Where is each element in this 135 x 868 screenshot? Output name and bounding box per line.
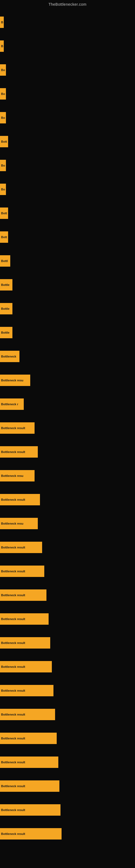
bar-row: Bottleneck result xyxy=(0,726,135,750)
bar-item: Bottle xyxy=(0,279,12,290)
bar-item: Bottleneck result xyxy=(0,780,59,792)
bar-label: Bottleneck result xyxy=(1,761,25,764)
bar-row: Bottleneck result xyxy=(0,798,135,822)
bar-row: Bottleneck result xyxy=(0,535,135,559)
bar-row: Bo xyxy=(0,154,135,177)
bar-row: Bo xyxy=(0,58,135,82)
bar-row: Bottleneck resu xyxy=(0,464,135,488)
bar-item: Bott xyxy=(0,231,8,243)
bar-label: Bott xyxy=(1,140,7,143)
bar-row: Bottleneck result xyxy=(0,583,135,607)
bar-row: Bottleneck xyxy=(0,344,135,368)
bar-item: Bottleneck result xyxy=(0,828,61,839)
bar-label: Bottle xyxy=(1,307,9,310)
bar-label: Bott xyxy=(1,212,7,215)
bar-row: Bottle xyxy=(0,297,135,321)
bar-item: Bott xyxy=(0,136,8,147)
bar-item: Bo xyxy=(0,160,6,171)
bar-item: Bottleneck resu xyxy=(0,470,35,482)
bar-label: Bo xyxy=(1,116,5,119)
bar-item: Bottleneck result xyxy=(0,804,60,816)
bar-label: Bott xyxy=(1,236,7,239)
bar-item: B xyxy=(0,40,4,52)
bar-label: Bottleneck r xyxy=(1,403,18,406)
bar-item: Bottleneck result xyxy=(0,637,50,649)
bar-row: Bottleneck result xyxy=(0,488,135,512)
bar-row: Bo xyxy=(0,106,135,130)
bar-label: Bottleneck xyxy=(1,355,16,358)
bar-row: Bottleneck result xyxy=(0,655,135,679)
bar-item: B xyxy=(0,17,4,28)
bar-item: Bottle xyxy=(0,327,12,338)
bar-label: Bottleneck result xyxy=(1,832,25,835)
bar-item: Bott xyxy=(0,208,8,219)
bar-label: Bottleneck result xyxy=(1,641,25,645)
bar-label: Bottleneck result xyxy=(1,665,25,669)
bar-label: Bo xyxy=(1,68,5,72)
bar-row: Bottleneck result xyxy=(0,607,135,631)
bar-label: Bottleneck result xyxy=(1,713,25,716)
bar-label: Bottleneck resu xyxy=(1,522,24,525)
bar-item: Bottleneck result xyxy=(0,613,49,625)
bar-label: Bottleneck result xyxy=(1,689,25,692)
bar-row: B xyxy=(0,10,135,34)
bar-item: Bo xyxy=(0,112,6,123)
bar-row: Bottleneck result xyxy=(0,416,135,440)
bar-item: Bottleneck result xyxy=(0,661,52,673)
bar-label: Bo xyxy=(1,164,5,167)
bar-item: Bottleneck result xyxy=(0,709,55,720)
bar-row: Bottleneck result xyxy=(0,750,135,774)
bar-row: Bottleneck result xyxy=(0,703,135,726)
bar-label: Bo xyxy=(1,188,5,191)
bar-item: Bottleneck result xyxy=(0,422,35,434)
site-title: TheBottlenecker.com xyxy=(0,0,135,8)
bar-label: Bottleneck result xyxy=(1,737,25,740)
bar-item: Bottleneck resu xyxy=(0,518,38,529)
bar-row: Bottleneck result xyxy=(0,822,135,846)
bar-item: Bottleneck result xyxy=(0,589,46,601)
bar-item: Bottleneck result xyxy=(0,685,53,696)
bar-row: Bottle xyxy=(0,273,135,297)
bar-label: Bottl xyxy=(1,259,8,262)
bar-item: Bottleneck result xyxy=(0,565,44,577)
bar-label: Bottleneck resu xyxy=(1,474,24,477)
bar-row: Bottleneck result xyxy=(0,679,135,703)
bar-row: Bott xyxy=(0,225,135,249)
bar-label: Bottleneck result xyxy=(1,450,25,454)
bar-label: Bottle xyxy=(1,331,9,334)
bar-row: Bottleneck resu xyxy=(0,368,135,392)
bar-item: Bo xyxy=(0,184,6,195)
bar-label: B xyxy=(1,44,3,48)
bar-label: B xyxy=(1,21,3,24)
bar-row: Bo xyxy=(0,177,135,201)
bar-item: Bottleneck result xyxy=(0,446,38,458)
bar-row: Bott xyxy=(0,130,135,154)
bar-row: Bottle xyxy=(0,321,135,344)
bar-item: Bottleneck resu xyxy=(0,375,30,386)
bar-row: Bottl xyxy=(0,249,135,273)
bar-item: Bo xyxy=(0,88,6,99)
bar-row: Bottleneck result xyxy=(0,631,135,655)
bar-item: Bottleneck result xyxy=(0,756,58,768)
bar-row: B xyxy=(0,34,135,58)
bar-item: Bottleneck result xyxy=(0,494,40,505)
bar-row: Bo xyxy=(0,82,135,106)
bars-container: BBBoBoBoBottBoBoBottBottBottlBottleBottl… xyxy=(0,8,135,846)
bar-label: Bottleneck result xyxy=(1,593,25,597)
bar-row: Bott xyxy=(0,201,135,225)
bar-row: Bottleneck resu xyxy=(0,512,135,535)
bar-item: Bottle xyxy=(0,303,12,314)
bar-label: Bottleneck result xyxy=(1,498,25,501)
bar-label: Bottleneck result xyxy=(1,808,25,812)
bar-row: Bottleneck result xyxy=(0,440,135,464)
bar-row: Bottleneck result xyxy=(0,559,135,583)
bar-label: Bottleneck resu xyxy=(1,379,24,382)
bar-item: Bottleneck xyxy=(0,351,19,362)
bar-label: Bottleneck result xyxy=(1,569,25,573)
bar-label: Bottleneck result xyxy=(1,617,25,621)
bar-item: Bottl xyxy=(0,255,10,267)
bar-label: Bottle xyxy=(1,283,9,286)
bar-row: Bottleneck result xyxy=(0,774,135,798)
bar-label: Bo xyxy=(1,92,5,95)
bar-item: Bottleneck r xyxy=(0,399,24,410)
